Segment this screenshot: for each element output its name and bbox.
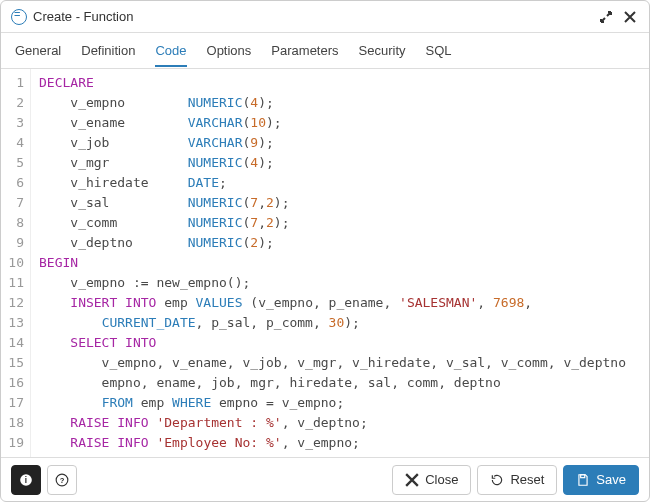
close-label: Close — [425, 472, 458, 487]
close-icon[interactable] — [621, 8, 639, 26]
code-line[interactable]: FROM emp WHERE empno = v_empno; — [39, 393, 641, 413]
code-line[interactable]: BEGIN — [39, 253, 641, 273]
line-number: 13 — [1, 313, 24, 333]
line-number: 12 — [1, 293, 24, 313]
line-number: 9 — [1, 233, 24, 253]
line-number: 2 — [1, 93, 24, 113]
code-line[interactable]: v_empno := new_empno(); — [39, 273, 641, 293]
code-line[interactable]: INSERT INTO emp VALUES (v_empno, p_ename… — [39, 293, 641, 313]
line-number: 18 — [1, 413, 24, 433]
line-number: 4 — [1, 133, 24, 153]
line-number: 17 — [1, 393, 24, 413]
code-line[interactable]: CURRENT_DATE, p_sal, p_comm, 30); — [39, 313, 641, 333]
tab-options[interactable]: Options — [207, 35, 252, 66]
tab-definition[interactable]: Definition — [81, 35, 135, 66]
line-number: 10 — [1, 253, 24, 273]
close-button[interactable]: Close — [392, 465, 471, 495]
tab-sql[interactable]: SQL — [426, 35, 452, 66]
line-number: 11 — [1, 273, 24, 293]
code-line[interactable]: v_sal NUMERIC(7,2); — [39, 193, 641, 213]
dialog-title: Create - Function — [33, 9, 591, 24]
code-line[interactable]: RAISE INFO 'Employee No: %', v_empno; — [39, 433, 641, 453]
code-line[interactable]: SELECT INTO — [39, 333, 641, 353]
code-line[interactable]: v_empno NUMERIC(4); — [39, 93, 641, 113]
svg-text:?: ? — [60, 475, 65, 484]
code-line[interactable]: v_hiredate DATE; — [39, 173, 641, 193]
line-gutter: 1234567891011121314151617181920 — [1, 69, 31, 457]
line-number: 1 — [1, 73, 24, 93]
line-number: 7 — [1, 193, 24, 213]
help-button[interactable]: ? — [47, 465, 77, 495]
code-editor[interactable]: 1234567891011121314151617181920 DECLARE … — [1, 69, 649, 457]
reset-button[interactable]: Reset — [477, 465, 557, 495]
reset-label: Reset — [510, 472, 544, 487]
code-body[interactable]: DECLARE v_empno NUMERIC(4); v_ename VARC… — [31, 69, 649, 457]
tab-parameters[interactable]: Parameters — [271, 35, 338, 66]
tab-security[interactable]: Security — [359, 35, 406, 66]
code-line[interactable]: RAISE INFO 'Name : %', v_ename; — [39, 453, 641, 457]
line-number: 3 — [1, 113, 24, 133]
line-number: 15 — [1, 353, 24, 373]
code-line[interactable]: v_deptno NUMERIC(2); — [39, 233, 641, 253]
expand-icon[interactable] — [597, 8, 615, 26]
svg-text:i: i — [25, 475, 27, 484]
save-label: Save — [596, 472, 626, 487]
line-number: 16 — [1, 373, 24, 393]
dialog-footer: i ? Close Reset Save — [1, 457, 649, 501]
line-number: 6 — [1, 173, 24, 193]
code-line[interactable]: DECLARE — [39, 73, 641, 93]
create-function-dialog: Create - Function GeneralDefinitionCodeO… — [0, 0, 650, 502]
info-button[interactable]: i — [11, 465, 41, 495]
line-number: 5 — [1, 153, 24, 173]
tab-general[interactable]: General — [15, 35, 61, 66]
line-number: 19 — [1, 433, 24, 453]
line-number: 14 — [1, 333, 24, 353]
code-line[interactable]: v_comm NUMERIC(7,2); — [39, 213, 641, 233]
code-line[interactable]: empno, ename, job, mgr, hiredate, sal, c… — [39, 373, 641, 393]
titlebar: Create - Function — [1, 1, 649, 33]
line-number: 8 — [1, 213, 24, 233]
code-line[interactable]: v_job VARCHAR(9); — [39, 133, 641, 153]
function-icon — [11, 9, 27, 25]
code-line[interactable]: v_mgr NUMERIC(4); — [39, 153, 641, 173]
code-line[interactable]: v_empno, v_ename, v_job, v_mgr, v_hireda… — [39, 353, 641, 373]
line-number: 20 — [1, 453, 24, 457]
save-button[interactable]: Save — [563, 465, 639, 495]
tab-code[interactable]: Code — [155, 35, 186, 67]
tab-bar: GeneralDefinitionCodeOptionsParametersSe… — [1, 33, 649, 69]
svg-rect-4 — [581, 474, 585, 477]
code-line[interactable]: RAISE INFO 'Department : %', v_deptno; — [39, 413, 641, 433]
code-line[interactable]: v_ename VARCHAR(10); — [39, 113, 641, 133]
